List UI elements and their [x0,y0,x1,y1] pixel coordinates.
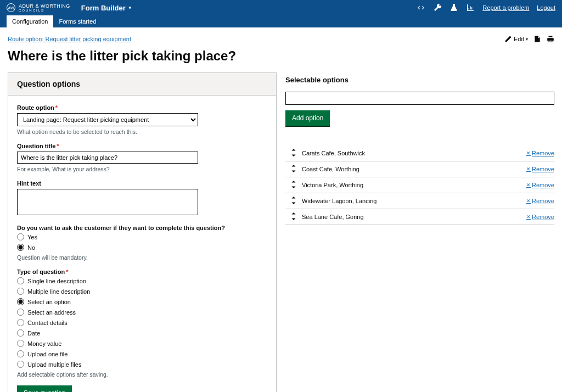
type-caption: Add selectable options after saving. [17,371,267,378]
nav-tabs: ConfigurationForms started [0,15,562,27]
drag-handle-icon[interactable] [285,165,302,173]
panel-heading: Question options [8,73,276,96]
add-option-button[interactable]: Add option [285,110,330,126]
app-title-dropdown[interactable]: Form Builder ▼ [81,4,132,12]
type-radio-money-value[interactable] [17,340,24,347]
option-row: Coast Cafe, WorthingRemove [285,161,554,177]
type-label: Type of question* [17,268,267,275]
type-radio-label: Select an address [27,309,76,316]
type-radio-label: Money value [27,340,61,347]
type-radio-label: Multiple line description [27,288,90,295]
option-label: Carats Cafe, Southwick [302,150,526,156]
option-label: Victoria Park, Worthing [302,182,526,188]
option-label: Coast Cafe, Worthing [302,166,526,172]
remove-option-link[interactable]: Remove [526,198,554,204]
type-radio-select-an-option[interactable] [17,298,24,305]
option-row: Victoria Park, WorthingRemove [285,177,554,193]
ask-radio-no[interactable] [17,244,24,251]
hint-text-label: Hint text [17,180,267,187]
save-question-button[interactable]: Save question [17,385,72,392]
selectable-heading: Selectable options [285,76,554,84]
option-row: Widewater Lagoon, LancingRemove [285,193,554,209]
type-radio-label: Contact details [27,320,68,326]
wrench-icon[interactable] [433,3,442,12]
type-radio-label: Select an option [27,299,71,305]
type-radio-single-line-description[interactable] [17,277,24,284]
pdf-icon[interactable] [533,35,541,43]
new-option-input[interactable] [285,92,554,105]
remove-option-link[interactable]: Remove [526,182,554,188]
route-option-label: Route option* [17,104,267,111]
remove-option-link[interactable]: Remove [526,150,554,156]
hint-text-input[interactable] [17,189,198,215]
option-row: Carats Cafe, SouthwickRemove [285,145,554,161]
breadcrumb-link[interactable]: Route option: Request litter picking equ… [8,36,131,42]
question-title-hint: For example, What is your address? [17,166,267,172]
code-icon[interactable] [417,3,425,12]
type-radio-label: Date [27,330,40,337]
ask-radio-yes[interactable] [17,233,24,240]
pencil-icon [504,35,512,43]
nav-tab-configuration[interactable]: Configuration [7,15,53,27]
org-logo: AW ADUR & WORTHING COUNCILS [7,3,70,12]
org-name: ADUR & WORTHING [19,3,70,9]
caret-down-icon: ▾ [526,37,528,42]
type-radio-label: Upload one file [27,351,68,357]
ask-customer-caption: Question will be mandatory. [17,254,267,261]
logo-mark-icon: AW [7,3,15,12]
question-options-panel: Question options Route option* Landing p… [8,72,277,392]
type-radio-label: Single line description [27,278,86,284]
route-option-select[interactable]: Landing page: Request litter picking equ… [17,113,198,126]
page-title: Where is the litter pick taking place? [8,48,554,64]
type-radio-multiple-line-description[interactable] [17,288,24,295]
option-label: Sea Lane Cafe, Goring [302,214,526,220]
org-sub: COUNCILS [19,9,70,12]
ask-radio-label: Yes [27,234,37,240]
logout-link[interactable]: Logout [537,4,555,11]
type-radio-upload-multiple-files[interactable] [17,361,24,368]
selectable-options-panel: Selectable options Add option Carats Caf… [285,72,554,392]
app-header: AW ADUR & WORTHING COUNCILS Form Builder… [0,0,562,27]
question-title-input[interactable] [17,152,198,164]
drag-handle-icon[interactable] [285,212,302,221]
route-option-hint: What option needs to be selected to reac… [17,128,267,135]
type-radio-label: Upload multiple files [27,361,81,368]
option-row: Sea Lane Cafe, GoringRemove [285,209,554,225]
drag-handle-icon[interactable] [285,149,302,158]
type-radio-upload-one-file[interactable] [17,350,24,357]
chart-icon[interactable] [466,3,475,12]
nav-tab-forms-started[interactable]: Forms started [53,15,102,27]
type-radio-contact-details[interactable] [17,319,24,326]
ask-customer-label: Do you want to ask the customer if they … [17,225,267,231]
remove-option-link[interactable]: Remove [526,214,554,220]
drag-handle-icon[interactable] [285,181,302,189]
remove-option-link[interactable]: Remove [526,166,554,172]
report-problem-link[interactable]: Report a problem [482,4,529,11]
option-label: Widewater Lagoon, Lancing [302,198,526,204]
edit-dropdown[interactable]: Edit ▾ [504,35,528,43]
type-radio-select-an-address[interactable] [17,309,24,316]
print-icon[interactable] [547,35,554,43]
question-title-label: Question title* [17,143,267,149]
breadcrumb: Route option: Request litter picking equ… [8,35,554,43]
flask-icon[interactable] [449,3,458,12]
type-radio-date[interactable] [17,329,24,337]
caret-down-icon: ▼ [128,5,132,10]
drag-handle-icon[interactable] [285,197,302,205]
ask-radio-label: No [27,244,35,251]
